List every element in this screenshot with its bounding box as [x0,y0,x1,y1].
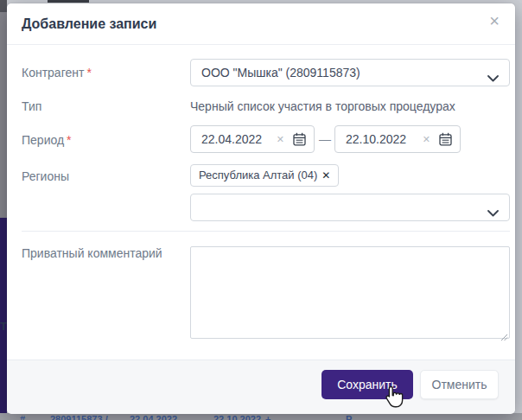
type-value: Черный список участия в торговых процеду… [190,99,455,113]
save-button[interactable]: Сохранить [321,370,413,399]
add-record-modal: Добавление записи × Контрагент* ООО "Мыш… [7,3,515,413]
background-table-cell: Р [346,414,352,420]
background-table-row: # 2809115873 / 22.04.2022 22.10.2022 + Р [0,414,522,420]
close-icon[interactable]: × [489,12,500,29]
chevron-down-icon [487,205,499,220]
background-table-cell: + [265,414,271,420]
counterparty-label: Контрагент* [22,66,92,80]
background-text-fragment: Т [0,320,7,333]
background-table-cell: 22.10.2022 [213,414,261,420]
regions-select[interactable] [190,194,510,221]
modal-footer: Сохранить Отменить [7,360,515,414]
clear-icon[interactable]: ✕ [423,126,430,152]
background-table-cell: 2809115873 / [50,414,108,420]
regions-label: Регионы [22,169,69,183]
private-comment-textarea[interactable] [190,246,510,339]
calendar-icon[interactable] [439,132,452,150]
region-tag-label: Республика Алтай (04) [199,169,317,181]
background-page-edge [0,0,7,12]
required-asterisk: * [67,133,71,147]
region-tag: Республика Алтай (04)✕ [190,164,339,187]
background-table-cell: 22.04.2022 [130,414,177,420]
private-comment-label: Приватный комментарий [22,246,162,260]
background-page-edge [0,12,7,218]
chevron-down-icon [487,70,499,86]
period-from-value: 22.04.2022 [201,126,262,152]
remove-tag-icon[interactable]: ✕ [321,169,330,181]
period-separator: — [316,125,334,153]
period-label: Период* [22,133,72,147]
required-asterisk: * [86,66,91,80]
section-divider [22,231,510,232]
clear-icon[interactable]: ✕ [277,126,284,152]
period-from-input[interactable]: 22.04.2022 ✕ [190,125,315,153]
modal-header: Добавление записи × [7,3,515,45]
counterparty-select-value: ООО "Мышка" (2809115873) [201,60,360,86]
background-sidebar-edge [0,218,7,413]
period-to-value: 22.10.2022 [346,126,406,152]
counterparty-select[interactable]: ООО "Мышка" (2809115873) [190,59,510,86]
period-to-input[interactable]: 22.10.2022 ✕ [334,125,461,153]
calendar-icon[interactable] [293,132,306,150]
background-table-cell: # [20,414,25,420]
type-label: Тип [22,99,41,113]
background-page-edge [48,0,89,3]
modal-title: Добавление записи [22,3,156,44]
cancel-button[interactable]: Отменить [420,370,499,399]
